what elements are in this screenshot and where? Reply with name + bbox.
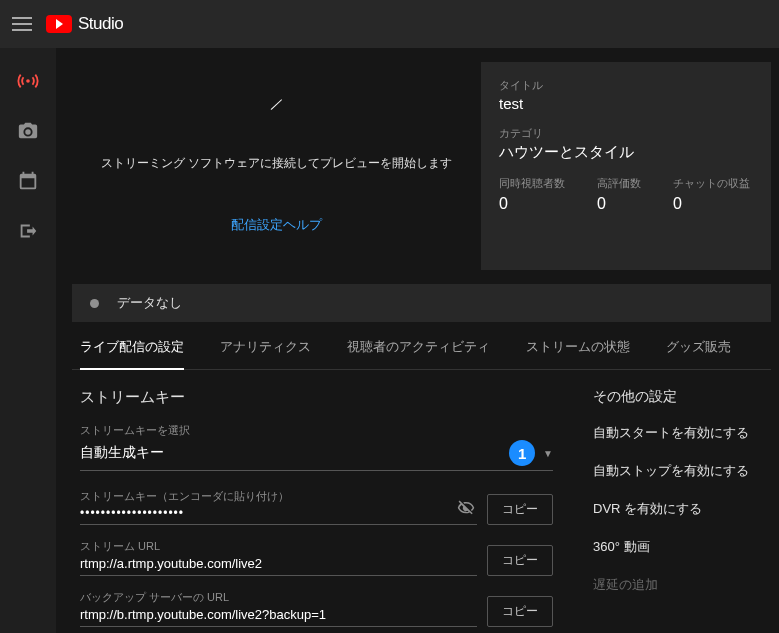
preview-message: ストリーミング ソフトウェアに接続してプレビューを開始します — [101, 155, 452, 172]
select-key-label: ストリームキーを選択 — [80, 423, 553, 438]
stream-key-label: ストリームキー（エンコーダに貼り付け） — [80, 489, 477, 504]
setting-latency[interactable]: 遅延の追加 — [593, 576, 763, 594]
tab-bar: ライブ配信の設定 アナリティクス 視聴者のアクティビティ ストリームの状態 グッ… — [72, 322, 771, 370]
stream-icon[interactable] — [17, 70, 39, 92]
copy-backup-button[interactable]: コピー — [487, 596, 553, 627]
setting-360[interactable]: 360° 動画 — [593, 538, 763, 556]
tab-stream-settings[interactable]: ライブ配信の設定 — [80, 338, 184, 370]
exit-icon[interactable] — [17, 220, 39, 242]
category-value: ハウツーとスタイル — [499, 143, 753, 162]
visibility-off-icon[interactable] — [457, 499, 475, 520]
tab-merch[interactable]: グッズ販売 — [666, 338, 731, 369]
status-text: データなし — [117, 294, 182, 312]
info-panel: タイトル test カテゴリ ハウツーとスタイル 同時視聴者数 0 高評価数 0… — [481, 62, 771, 270]
top-bar: Studio — [0, 0, 779, 48]
left-nav — [0, 48, 56, 633]
stream-key-title: ストリームキー — [80, 388, 553, 407]
copy-key-button[interactable]: コピー — [487, 494, 553, 525]
stat-viewers: 同時視聴者数 0 — [499, 176, 565, 213]
other-settings-title: その他の設定 — [593, 388, 763, 406]
studio-logo[interactable]: Studio — [46, 14, 123, 34]
stream-url-label: ストリーム URL — [80, 539, 477, 554]
camera-icon[interactable] — [17, 120, 39, 142]
stat-likes: 高評価数 0 — [597, 176, 641, 213]
menu-icon[interactable] — [12, 17, 32, 31]
tab-viewer-activity[interactable]: 視聴者のアクティビティ — [347, 338, 490, 369]
annotation-badge-1: 1 — [509, 440, 535, 466]
stat-chat-revenue: チャットの収益 0 — [673, 176, 750, 213]
category-label: カテゴリ — [499, 126, 753, 141]
stream-url-input[interactable]: rtmp://a.rtmp.youtube.com/live2 — [80, 556, 477, 571]
calendar-icon[interactable] — [17, 170, 39, 192]
backup-url-label: バックアップ サーバーの URL — [80, 590, 477, 605]
status-dot-icon — [90, 299, 99, 308]
title-label: タイトル — [499, 78, 753, 93]
setting-autostop[interactable]: 自動ストップを有効にする — [593, 462, 763, 480]
tab-stream-health[interactable]: ストリームの状態 — [526, 338, 630, 369]
wand-icon: ╱ — [271, 97, 282, 112]
youtube-icon — [46, 15, 72, 33]
svg-point-0 — [26, 79, 30, 83]
brand-text: Studio — [78, 14, 123, 34]
stream-key-select[interactable]: 自動生成キー 1 ▼ — [80, 440, 553, 471]
select-key-value: 自動生成キー — [80, 444, 509, 462]
setting-dvr[interactable]: DVR を有効にする — [593, 500, 763, 518]
chevron-down-icon: ▼ — [543, 448, 553, 459]
title-value: test — [499, 95, 753, 112]
copy-url-button[interactable]: コピー — [487, 545, 553, 576]
setting-autostart[interactable]: 自動スタートを有効にする — [593, 424, 763, 442]
stream-key-input[interactable]: •••••••••••••••••••• — [80, 506, 477, 520]
backup-url-input[interactable]: rtmp://b.rtmp.youtube.com/live2?backup=1 — [80, 607, 477, 622]
preview-panel: ╱ ストリーミング ソフトウェアに接続してプレビューを開始します 配信設定ヘルプ — [72, 62, 481, 270]
status-bar: データなし — [72, 284, 771, 322]
stream-help-link[interactable]: 配信設定ヘルプ — [231, 216, 322, 234]
tab-analytics[interactable]: アナリティクス — [220, 338, 311, 369]
